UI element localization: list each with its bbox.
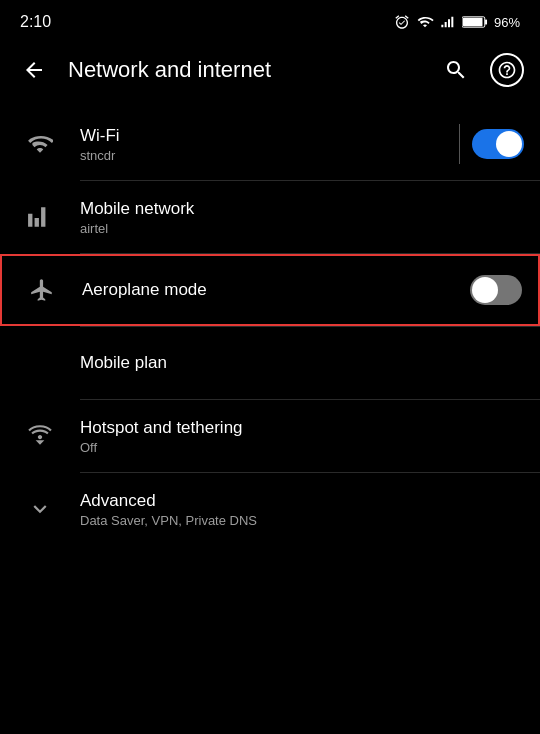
chevron-icon-container [16, 496, 64, 522]
wifi-icon-container [16, 131, 64, 157]
wifi-subtitle: stncdr [80, 148, 459, 163]
hotspot-content: Hotspot and tethering Off [64, 418, 524, 455]
aeroplane-toggle-thumb [472, 277, 498, 303]
aeroplane-title: Aeroplane mode [82, 280, 470, 300]
advanced-item[interactable]: Advanced Data Saver, VPN, Private DNS [0, 473, 540, 545]
status-time: 2:10 [20, 13, 51, 31]
wifi-action [459, 124, 524, 164]
svg-rect-1 [485, 19, 487, 24]
wifi-item[interactable]: Wi-Fi stncdr [0, 108, 540, 180]
hotspot-icon [27, 423, 53, 449]
hotspot-item[interactable]: Hotspot and tethering Off [0, 400, 540, 472]
signal-status-icon [440, 14, 456, 30]
mobile-plan-title: Mobile plan [80, 353, 524, 373]
settings-list: Wi-Fi stncdr Mobile network airtel [0, 108, 540, 545]
signal-icon [27, 204, 53, 230]
mobile-plan-content: Mobile plan [64, 353, 524, 373]
advanced-subtitle: Data Saver, VPN, Private DNS [80, 513, 524, 528]
aeroplane-mode-item[interactable]: Aeroplane mode [0, 254, 540, 326]
aeroplane-action [470, 275, 522, 305]
hotspot-subtitle: Off [80, 440, 524, 455]
wifi-divider [459, 124, 460, 164]
app-bar: Network and internet [0, 40, 540, 100]
status-bar: 2:10 96% [0, 0, 540, 40]
advanced-content: Advanced Data Saver, VPN, Private DNS [64, 491, 524, 528]
back-button[interactable] [16, 52, 52, 88]
signal-icon-container [16, 204, 64, 230]
mobile-network-title: Mobile network [80, 199, 524, 219]
hotspot-title: Hotspot and tethering [80, 418, 524, 438]
battery-icon [462, 14, 488, 30]
battery-percent: 96% [494, 15, 520, 30]
aeroplane-icon [29, 277, 55, 303]
status-icons: 96% [394, 14, 520, 30]
search-button[interactable] [438, 52, 474, 88]
wifi-toggle[interactable] [472, 129, 524, 159]
app-bar-actions [438, 52, 524, 88]
wifi-toggle-thumb [496, 131, 522, 157]
wifi-icon [27, 131, 53, 157]
page-title: Network and internet [68, 57, 422, 83]
help-button[interactable] [490, 53, 524, 87]
hotspot-icon-container [16, 423, 64, 449]
aeroplane-toggle[interactable] [470, 275, 522, 305]
aeroplane-icon-container [18, 277, 66, 303]
wifi-content: Wi-Fi stncdr [64, 126, 459, 163]
mobile-network-item[interactable]: Mobile network airtel [0, 181, 540, 253]
mobile-plan-item[interactable]: Mobile plan [0, 327, 540, 399]
chevron-down-icon [27, 496, 53, 522]
wifi-status-icon [416, 14, 434, 30]
wifi-title: Wi-Fi [80, 126, 459, 146]
mobile-network-subtitle: airtel [80, 221, 524, 236]
advanced-title: Advanced [80, 491, 524, 511]
alarm-icon [394, 14, 410, 30]
aeroplane-content: Aeroplane mode [66, 280, 470, 300]
mobile-network-content: Mobile network airtel [64, 199, 524, 236]
svg-rect-2 [463, 18, 483, 26]
